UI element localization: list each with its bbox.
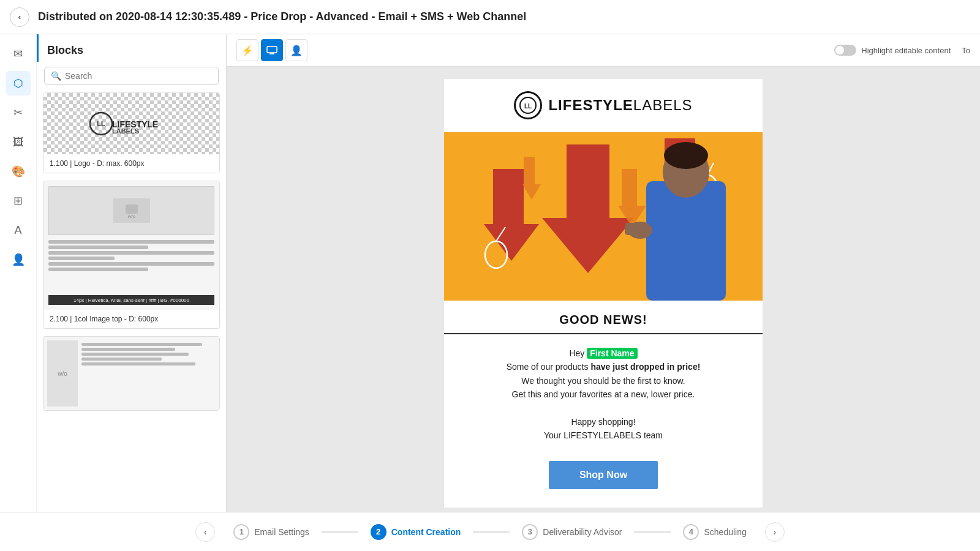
wizard-connector-3	[634, 531, 671, 533]
editor-toolbar: ⚡ 👤 Highlight editable content	[227, 34, 980, 67]
line1-prefix: Hey	[569, 348, 587, 358]
bp3-l4	[81, 358, 162, 361]
toggle-switch[interactable]	[834, 45, 856, 56]
search-input[interactable]	[65, 71, 212, 81]
wizard-step-num-4: 4	[683, 524, 699, 540]
wizard-step-label-4: Scheduling	[704, 527, 746, 537]
bp3-l1	[81, 343, 202, 346]
svg-rect-23	[646, 181, 726, 301]
wizard-step-num-1: 1	[233, 524, 249, 540]
logo-text: LIFESTYLELABELS	[548, 97, 692, 114]
block-3-img: w/o	[47, 340, 78, 407]
toolbar-right: Highlight editable content To	[834, 45, 970, 56]
block-btn-area: 14px | Helvetica, Arial, sans-serif | #f…	[48, 295, 214, 305]
nav-translate-icon[interactable]: A	[6, 218, 31, 242]
email-line3: We thought you should be the first to kn…	[462, 374, 744, 388]
bp3-l5	[81, 362, 195, 365]
nav-link-icon[interactable]: ✂	[6, 100, 31, 125]
block-btn-text: 14px | Helvetica, Arial, sans-serif | #f…	[74, 298, 189, 303]
cta-button[interactable]: Shop Now	[549, 461, 658, 489]
svg-text:LL: LL	[97, 120, 105, 127]
hero-svg	[444, 132, 763, 301]
bp3-l3	[81, 353, 189, 356]
email-line4: Get this and your favorites at a new, lo…	[462, 388, 744, 401]
email-canvas[interactable]: LL LIFESTYLELABELS	[227, 67, 980, 512]
email-cta: Shop Now	[444, 455, 763, 501]
good-news-title: GOOD NEWS!	[462, 313, 744, 327]
wizard-next-btn[interactable]: ›	[765, 522, 785, 542]
search-icon: 🔍	[51, 71, 61, 81]
toolbar-lightning-btn[interactable]: ⚡	[236, 39, 258, 61]
block-card-logo[interactable]: LL LIFESTYLE LABELS 1.100 | Logo - D: ma…	[43, 92, 220, 173]
logo-labels: LABELS	[633, 97, 693, 113]
wizard-connector-1	[322, 531, 358, 533]
wizard-steps: ‹ 1 Email Settings 2 Content Creation 3 …	[189, 519, 791, 545]
wizard-step-label-1: Email Settings	[254, 527, 309, 537]
wizard-step-label-2: Content Creation	[391, 527, 461, 537]
prev-icon: ‹	[204, 527, 207, 537]
toolbar-desktop-btn[interactable]	[261, 39, 283, 61]
email-content: LL LIFESTYLELABELS	[444, 79, 763, 508]
back-button[interactable]: ‹	[10, 7, 29, 27]
block-logo-img: LL LIFESTYLE LABELS	[89, 93, 175, 154]
logo-lifestyle: LIFESTYLE	[548, 97, 633, 113]
content-area: ⚡ 👤 Highlight editable content	[227, 34, 980, 512]
nav-palette-icon[interactable]: 🎨	[6, 159, 31, 184]
block-card-2col[interactable]: w/o	[43, 336, 220, 411]
wizard-step-label-3: Deliverability Advisor	[543, 527, 622, 537]
svg-text:LL: LL	[524, 103, 532, 110]
svg-rect-7	[267, 47, 277, 53]
bold-text: have just dropped in price!	[590, 362, 700, 372]
wizard-step-1[interactable]: 1 Email Settings	[221, 519, 321, 545]
page-title: Distributed on 2020-08-14 12:30:35.489 -…	[38, 10, 526, 23]
block-text-lines	[48, 238, 214, 293]
nav-image-icon[interactable]: 🖼	[6, 130, 31, 154]
toolbar-person-btn[interactable]: 👤	[285, 39, 307, 61]
email-body-text: Hey First Name Some of our products have…	[444, 334, 763, 455]
toggle-knob	[835, 46, 844, 54]
svg-text:LABELS: LABELS	[112, 127, 139, 135]
nav-layout-icon[interactable]: ⊞	[6, 189, 31, 213]
blocks-header: Blocks	[37, 34, 226, 62]
svg-rect-27	[625, 223, 643, 235]
icon-nav: ✉ ⬡ ✂ 🖼 🎨 ⊞ A 👤	[0, 34, 37, 512]
wizard-step-4[interactable]: 4 Scheduling	[671, 519, 758, 545]
line-3	[48, 251, 214, 255]
email-logo: LL LIFESTYLELABELS	[514, 91, 692, 119]
block-preview-2: w/o 14px | Helvetica, Arial, sans-serif …	[43, 181, 219, 310]
bp3-l2	[81, 348, 175, 351]
highlight-toggle[interactable]: Highlight editable content	[834, 45, 951, 56]
wizard-step-2[interactable]: 2 Content Creation	[358, 519, 473, 545]
email-logo-area: LL LIFESTYLELABELS	[444, 79, 763, 132]
toolbar-left: ⚡ 👤	[236, 39, 307, 61]
wizard-step-num-2: 2	[371, 524, 386, 540]
email-line5: Happy shopping!	[462, 415, 744, 429]
line-1	[48, 240, 214, 244]
line-5	[48, 262, 214, 266]
wizard-prev-btn[interactable]: ‹	[195, 522, 215, 542]
to-label: To	[962, 46, 970, 55]
block-label-2: 2.100 | 1col Image top - D: 600px	[43, 310, 219, 328]
email-line2: Some of our products have just dropped i…	[462, 360, 744, 373]
wizard-step-num-3: 3	[522, 524, 538, 540]
block-card-image-top[interactable]: w/o 14px | Helvetica, Arial, sans-serif …	[43, 181, 220, 329]
block-label-1: 1.100 | Logo - D: max. 600px	[43, 154, 219, 173]
logo-circle: LL	[514, 91, 542, 119]
block-preview-logo: LL LIFESTYLE LABELS	[43, 93, 219, 154]
email-hero	[444, 132, 763, 301]
wizard-nav: ‹ 1 Email Settings 2 Content Creation 3 …	[0, 512, 980, 551]
line-4	[48, 257, 115, 260]
svg-rect-5	[126, 204, 138, 214]
search-box[interactable]: 🔍	[44, 67, 219, 85]
block-img-area: w/o	[48, 186, 214, 235]
email-line6: Your LIFESTYLELABELS team	[462, 429, 744, 442]
nav-email-icon[interactable]: ✉	[6, 42, 31, 66]
svg-point-25	[664, 142, 708, 169]
wizard-step-3[interactable]: 3 Deliverability Advisor	[510, 519, 634, 545]
nav-person-icon[interactable]: 👤	[6, 247, 31, 272]
top-bar: ‹ Distributed on 2020-08-14 12:30:35.489…	[0, 0, 980, 34]
email-good-news: GOOD NEWS!	[444, 301, 763, 334]
block-3-text	[81, 340, 216, 407]
highlight-label: Highlight editable content	[861, 46, 951, 55]
nav-blocks-icon[interactable]: ⬡	[6, 71, 31, 96]
